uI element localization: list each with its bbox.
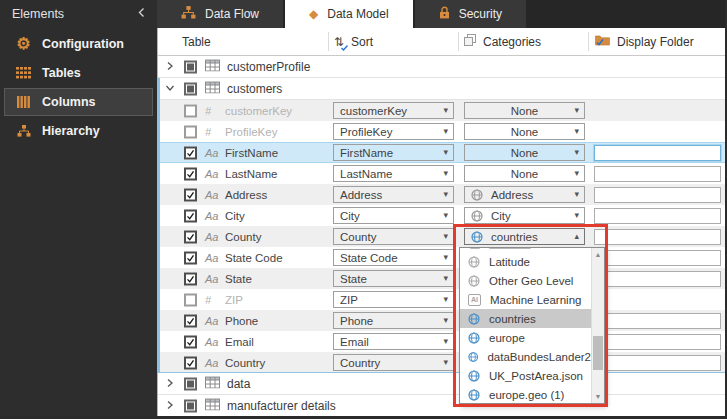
globe-icon	[468, 332, 480, 344]
dropdown-item-machine-learning[interactable]: AI Machine Learning	[460, 290, 591, 309]
display-folder-input[interactable]	[594, 229, 721, 245]
categories-dropdown[interactable]: None▾	[464, 144, 585, 161]
folder-icon	[595, 34, 610, 49]
table-grid-icon	[15, 67, 32, 79]
checkbox-unchecked[interactable]	[184, 125, 197, 138]
checkbox-unchecked[interactable]	[184, 104, 197, 117]
sidebar-item-label: Configuration	[42, 37, 124, 51]
chevron-right-icon[interactable]	[165, 399, 175, 413]
categories-dropdown[interactable]: None▾	[464, 123, 585, 140]
checkbox-checked[interactable]	[184, 209, 197, 222]
checkbox-checked[interactable]	[184, 230, 197, 243]
sort-dropdown[interactable]: customerKey▾	[333, 102, 454, 119]
dropdown-item-europe[interactable]: europe	[460, 328, 591, 347]
table-checkbox[interactable]	[184, 82, 197, 95]
checkbox-checked[interactable]	[184, 188, 197, 201]
chevron-right-icon[interactable]	[165, 377, 175, 391]
display-folder-input[interactable]	[594, 250, 721, 266]
dropdown-item-latitude[interactable]: Latitude	[460, 252, 591, 271]
sort-dropdown[interactable]: Phone▾	[333, 312, 454, 329]
checkbox-checked[interactable]	[184, 272, 197, 285]
sidebar-collapse-icon[interactable]	[137, 7, 146, 21]
categories-dropdown[interactable]: City▾	[464, 207, 585, 224]
checkbox-checked[interactable]	[184, 356, 197, 369]
column-row-Address: Aa Address Address▾ Address▾	[158, 184, 725, 205]
dropdown-scrollbar[interactable]: ▲ ▼	[591, 248, 604, 403]
display-folder-input[interactable]	[594, 313, 721, 329]
scrollbar-thumb[interactable]	[593, 336, 603, 370]
tab-data-model[interactable]: ◆ Data Model	[285, 0, 413, 28]
column-type-icon: #	[205, 294, 211, 306]
column-type-icon: Aa	[205, 231, 218, 243]
display-folder-input[interactable]	[594, 355, 721, 371]
column-type-icon: #	[205, 126, 211, 138]
display-folder-input[interactable]	[594, 145, 721, 161]
table-row-customerProfile[interactable]: customerProfile	[158, 56, 725, 78]
sort-dropdown[interactable]: County▾	[333, 228, 454, 245]
globe-icon	[468, 256, 480, 268]
column-name: LastName	[225, 168, 277, 180]
data-flow-icon	[181, 6, 196, 22]
sort-dropdown[interactable]: Email▾	[333, 333, 454, 350]
column-row-FirstName: Aa FirstName FirstName▾ None▾	[158, 142, 725, 163]
categories-icon	[464, 34, 476, 49]
dropdown-item-dataBundesLander2[interactable]: dataBundesLander2	[460, 347, 591, 366]
display-folder-input[interactable]	[594, 166, 721, 182]
checkbox-checked[interactable]	[184, 251, 197, 264]
checkbox-checked[interactable]	[184, 146, 197, 159]
chevron-down-icon[interactable]	[165, 82, 175, 96]
tab-label: Data Model	[327, 7, 388, 21]
sort-dropdown[interactable]: State▾	[333, 270, 454, 287]
display-folder-input[interactable]	[594, 187, 721, 203]
table-checkbox[interactable]	[184, 399, 197, 412]
sort-dropdown[interactable]: Address▾	[333, 186, 454, 203]
sort-dropdown[interactable]: State Code▾	[333, 249, 454, 266]
tab-security[interactable]: Security	[415, 0, 526, 28]
sidebar-item-columns[interactable]: Columns	[5, 89, 152, 115]
table-checkbox[interactable]	[184, 377, 197, 390]
checkbox-checked[interactable]	[184, 167, 197, 180]
dropdown-item-countries[interactable]: countries	[460, 309, 591, 328]
sort-dropdown[interactable]: LastName▾	[333, 165, 454, 182]
table-row-data[interactable]: data	[158, 373, 725, 395]
column-row-County: Aa County County▾ countries▴	[158, 226, 725, 247]
column-name: ZIP	[225, 294, 243, 306]
column-row-LastName: Aa LastName LastName▾ None▾	[158, 163, 725, 184]
sort-dropdown[interactable]: Country▾	[333, 354, 454, 371]
sidebar-item-configuration[interactable]: ⚙ Configuration	[5, 31, 152, 57]
checkbox-unchecked[interactable]	[184, 293, 197, 306]
scroll-up-icon[interactable]: ▲	[592, 248, 604, 261]
sidebar-item-hierarchy[interactable]: Hierarchy	[5, 118, 152, 144]
dropdown-item-other-geo-level[interactable]: Other Geo Level	[460, 271, 591, 290]
sort-dropdown[interactable]: ZIP▾	[333, 291, 454, 308]
table-checkbox[interactable]	[184, 60, 197, 73]
sort-dropdown[interactable]: City▾	[333, 207, 454, 224]
display-folder-input[interactable]	[594, 208, 721, 224]
display-folder-input[interactable]	[594, 271, 721, 287]
dropdown-item-europe-geo-1[interactable]: europe.geo (1)	[460, 385, 591, 404]
grid-header-row: Table ⇅ Sort Categories	[158, 28, 725, 56]
tab-data-flow[interactable]: Data Flow	[157, 0, 283, 28]
column-type-icon: Aa	[205, 315, 218, 327]
column-type-icon: Aa	[205, 336, 218, 348]
checkbox-checked[interactable]	[184, 335, 197, 348]
checkbox-checked[interactable]	[184, 314, 197, 327]
table-row-customers[interactable]: customers	[158, 78, 725, 100]
categories-dropdown[interactable]: Address▾	[464, 186, 585, 203]
sort-dropdown[interactable]: FirstName▾	[333, 144, 454, 161]
sidebar-item-label: Columns	[42, 95, 95, 109]
dropdown-arrow-icon: ▾	[443, 337, 448, 346]
dropdown-item-UK_PostArea[interactable]: UK_PostArea.json	[460, 366, 591, 385]
globe-icon	[468, 370, 480, 382]
categories-dropdown[interactable]: None▾	[464, 102, 585, 119]
column-name: customerKey	[225, 105, 292, 117]
table-row-manufacturer-details[interactable]: manufacturer details	[158, 395, 725, 417]
chevron-right-icon[interactable]	[165, 60, 175, 74]
sort-dropdown[interactable]: ProfileKey▾	[333, 123, 454, 140]
categories-dropdown-open[interactable]: countries▴	[464, 228, 585, 245]
sidebar-item-tables[interactable]: Tables	[5, 60, 152, 86]
scroll-down-icon[interactable]: ▼	[592, 390, 604, 403]
display-folder-input[interactable]	[594, 334, 721, 350]
column-type-icon: Aa	[205, 189, 218, 201]
categories-dropdown[interactable]: None▾	[464, 165, 585, 182]
